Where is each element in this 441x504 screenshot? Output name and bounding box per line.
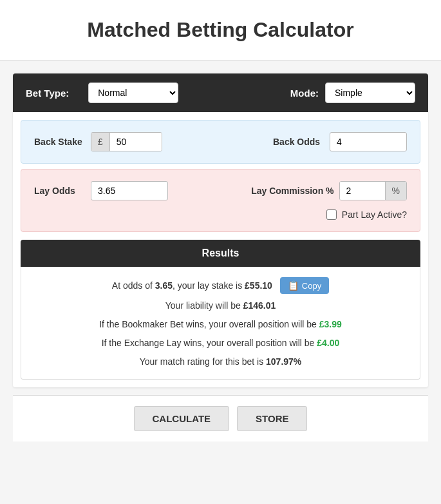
result-line1-prefix: At odds of bbox=[112, 280, 155, 291]
mode-group: Mode: Simple Advanced bbox=[290, 82, 415, 103]
lay-commission-group: Lay Commission % % bbox=[251, 181, 407, 200]
results-header: Results bbox=[21, 240, 420, 267]
result-line3-value: £3.99 bbox=[319, 319, 342, 329]
mode-label: Mode: bbox=[290, 88, 319, 99]
result-line4-prefix: If the Exchange Lay wins, your overall p… bbox=[102, 338, 317, 348]
result-line5-value: 107.97% bbox=[266, 356, 301, 367]
footer-bar: CALCULATE STORE bbox=[13, 395, 428, 441]
back-section: Back Stake £ Back Odds bbox=[21, 120, 420, 164]
lay-commission-input[interactable] bbox=[340, 182, 385, 200]
store-button[interactable]: STORE bbox=[237, 406, 307, 431]
result-line4-value: £4.00 bbox=[317, 338, 339, 348]
result-line2-value: £146.01 bbox=[243, 300, 276, 311]
back-stake-group: Back Stake £ bbox=[34, 132, 162, 151]
lay-row: Lay Odds Lay Commission % % bbox=[34, 181, 407, 200]
back-odds-label: Back Odds bbox=[273, 137, 324, 147]
result-line-4: If the Exchange Lay wins, your overall p… bbox=[34, 336, 407, 350]
results-body: At odds of 3.65, your lay stake is £55.1… bbox=[21, 267, 420, 380]
calculate-button[interactable]: CALCULATE bbox=[134, 406, 230, 431]
page-title: Matched Betting Calculator bbox=[13, 18, 428, 42]
result-line-5: Your match rating for this bet is 107.97… bbox=[34, 355, 407, 369]
lay-commission-input-wrapper: % bbox=[339, 181, 407, 200]
back-stake-input[interactable] bbox=[110, 133, 162, 151]
copy-label: Copy bbox=[302, 281, 321, 291]
bet-type-label: Bet Type: bbox=[26, 88, 69, 99]
bet-type-bar: Bet Type: Normal Each Way SNR Mode: Simp… bbox=[13, 73, 428, 112]
mode-select[interactable]: Simple Advanced bbox=[325, 82, 415, 103]
result-line3-prefix: If the Bookmaker Bet wins, your overall … bbox=[99, 319, 319, 329]
result-line1-stake: £55.10 bbox=[245, 280, 272, 291]
result-line-2: Your liability will be £146.01 bbox=[34, 299, 407, 313]
lay-odds-input[interactable] bbox=[91, 181, 168, 200]
lay-commission-suffix: % bbox=[385, 182, 406, 200]
lay-odds-group: Lay Odds bbox=[34, 181, 168, 200]
back-stake-prefix: £ bbox=[91, 133, 110, 151]
back-odds-group: Back Odds bbox=[273, 132, 407, 151]
copy-icon: 📋 bbox=[288, 280, 299, 291]
lay-commission-label: Lay Commission % bbox=[251, 186, 333, 196]
bet-type-select[interactable]: Normal Each Way SNR bbox=[88, 82, 178, 103]
part-lay-row: Part Lay Active? bbox=[34, 209, 407, 220]
back-stake-input-wrapper: £ bbox=[91, 132, 162, 151]
part-lay-checkbox[interactable] bbox=[326, 209, 337, 220]
result-line1-middle: , your lay stake is bbox=[173, 280, 245, 291]
back-odds-input[interactable] bbox=[330, 132, 407, 151]
calculator-card: Bet Type: Normal Each Way SNR Mode: Simp… bbox=[13, 73, 428, 387]
result-line-3: If the Bookmaker Bet wins, your overall … bbox=[34, 318, 407, 331]
lay-odds-label: Lay Odds bbox=[34, 186, 86, 196]
result-line-1: At odds of 3.65, your lay stake is £55.1… bbox=[34, 277, 407, 294]
page-header: Matched Betting Calculator bbox=[0, 0, 441, 61]
copy-button[interactable]: 📋 Copy bbox=[280, 277, 329, 294]
back-stake-label: Back Stake bbox=[34, 137, 86, 147]
result-line5-prefix: Your match rating for this bet is bbox=[140, 356, 266, 367]
part-lay-label[interactable]: Part Lay Active? bbox=[342, 209, 407, 220]
result-line2-prefix: Your liability will be bbox=[165, 300, 243, 311]
result-line1-odds: 3.65 bbox=[155, 280, 173, 291]
lay-section: Lay Odds Lay Commission % % Part Lay Act… bbox=[21, 169, 420, 232]
